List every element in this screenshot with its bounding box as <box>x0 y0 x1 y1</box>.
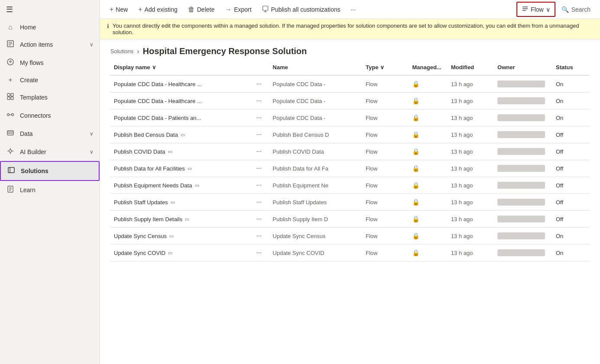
cell-name: Publish Data for All Fa <box>269 160 362 177</box>
row-more-button[interactable]: ··· <box>253 180 264 190</box>
cell-more[interactable]: ··· <box>250 211 269 228</box>
cell-type: Flow <box>362 177 409 194</box>
row-more-button[interactable]: ··· <box>253 130 264 139</box>
export-button[interactable]: → Export <box>220 3 255 16</box>
table-row[interactable]: Publish Supply Item Details ▭ ··· Publis… <box>110 211 590 228</box>
col-name <box>250 60 269 75</box>
row-more-button[interactable]: ··· <box>253 248 264 257</box>
external-link-icon: ▭ <box>168 250 172 256</box>
cell-managed: 🔒 <box>409 177 447 194</box>
flow-button[interactable]: Flow ∨ <box>516 2 555 17</box>
chevron-down-icon: ∨ <box>90 131 94 137</box>
my-flows-icon <box>6 58 15 68</box>
lock-icon: 🔒 <box>412 131 419 138</box>
new-button[interactable]: + New <box>105 3 132 16</box>
table-row[interactable]: Populate CDC Data - Healthcare ... ··· P… <box>110 75 590 93</box>
col-type[interactable]: Type ∨ <box>362 60 409 75</box>
lock-icon: 🔒 <box>412 182 419 189</box>
table-row[interactable]: Publish Data for All Facilities ▭ ··· Pu… <box>110 160 590 177</box>
cell-more[interactable]: ··· <box>250 177 269 194</box>
table-container: Display name ∨ Name Type ∨ <box>100 60 600 364</box>
display-name-text: Publish Supply Item Details <box>114 216 182 222</box>
toolbar: + New + Add existing 🗑 Delete → Export P… <box>100 0 600 19</box>
sidebar-header[interactable]: ☰ <box>0 0 100 19</box>
row-more-button[interactable]: ··· <box>253 96 264 105</box>
cell-status: Off <box>552 160 590 177</box>
cell-name: Populate CDC Data - <box>269 110 362 126</box>
external-link-icon: ▭ <box>171 200 175 205</box>
sidebar-item-home[interactable]: ⌂ Home <box>0 19 100 35</box>
row-more-button[interactable]: ··· <box>253 79 264 88</box>
cell-status: Off <box>552 143 590 160</box>
table-row[interactable]: Publish Bed Census Data ▭ ··· Publish Be… <box>110 126 590 143</box>
sidebar-item-create[interactable]: + Create <box>0 72 100 88</box>
row-more-button[interactable]: ··· <box>253 214 264 223</box>
cell-more[interactable]: ··· <box>250 93 269 110</box>
svg-rect-27 <box>263 6 268 10</box>
cell-status: On <box>552 75 590 93</box>
sidebar-item-templates[interactable]: Templates <box>0 88 100 106</box>
cell-more[interactable]: ··· <box>250 160 269 177</box>
cell-display-name: Publish Data for All Facilities ▭ <box>110 160 250 177</box>
table-row[interactable]: Publish Staff Updates ▭ ··· Publish Staf… <box>110 194 590 211</box>
cell-type: Flow <box>362 75 409 93</box>
row-more-button[interactable]: ··· <box>253 113 264 122</box>
sidebar-item-label: Create <box>20 77 94 84</box>
cell-more[interactable]: ··· <box>250 245 269 261</box>
sidebar-item-ai-builder[interactable]: AI Builder ∨ <box>0 143 100 161</box>
cell-more[interactable]: ··· <box>250 194 269 211</box>
more-button[interactable]: ··· <box>346 3 360 16</box>
sidebar-item-connectors[interactable]: Connectors <box>0 106 100 125</box>
delete-button[interactable]: 🗑 Delete <box>184 3 219 16</box>
delete-label: Delete <box>197 6 214 13</box>
breadcrumb: Solutions › Hospital Emergency Response … <box>100 39 600 60</box>
cell-name: Publish Staff Updates <box>269 194 362 211</box>
col-managed: Managed... <box>409 60 447 75</box>
lock-icon: 🔒 <box>412 199 419 206</box>
cell-managed: 🔒 <box>409 75 447 93</box>
sidebar-item-solutions[interactable]: Solutions <box>0 161 100 181</box>
table-row[interactable]: Publish Equipment Needs Data ▭ ··· Publi… <box>110 177 590 194</box>
row-more-button[interactable]: ··· <box>253 231 264 240</box>
cell-more[interactable]: ··· <box>250 110 269 126</box>
cell-managed: 🔒 <box>409 93 447 110</box>
hamburger-icon[interactable]: ☰ <box>6 5 13 14</box>
display-name-text: Populate CDC Data - Healthcare ... <box>114 98 202 104</box>
row-more-button[interactable]: ··· <box>253 147 264 156</box>
sidebar-item-data[interactable]: Data ∨ <box>0 125 100 143</box>
display-name-text: Update Sync Census <box>114 233 167 239</box>
publish-button[interactable]: Publish all customizations <box>258 3 345 16</box>
sidebar-item-learn[interactable]: Learn <box>0 181 100 199</box>
row-more-button[interactable]: ··· <box>253 197 264 206</box>
new-label: New <box>116 6 128 13</box>
col-display-name[interactable]: Display name ∨ <box>110 60 250 75</box>
row-more-button[interactable]: ··· <box>253 164 264 173</box>
cell-more[interactable]: ··· <box>250 228 269 245</box>
table-header-row: Display name ∨ Name Type ∨ <box>110 60 590 75</box>
table-row[interactable]: Publish COVID Data ▭ ··· Publish COVID D… <box>110 143 590 160</box>
table-row[interactable]: Populate CDC Data - Patients an... ··· P… <box>110 110 590 126</box>
sidebar-item-label: My flows <box>20 59 94 66</box>
breadcrumb-parent[interactable]: Solutions <box>110 48 133 55</box>
svg-rect-6 <box>7 93 10 96</box>
table-row[interactable]: Update Sync Census ▭ ··· Update Sync Cen… <box>110 228 590 245</box>
sidebar-item-my-flows[interactable]: My flows <box>0 54 100 72</box>
cell-owner: ████████████ <box>494 211 552 228</box>
search-area[interactable]: 🔍 Search <box>557 6 595 13</box>
cell-managed: 🔒 <box>409 228 447 245</box>
cell-more[interactable]: ··· <box>250 143 269 160</box>
lock-icon: 🔒 <box>412 216 419 222</box>
cell-modified: 13 h ago <box>448 211 494 228</box>
cell-type: Flow <box>362 194 409 211</box>
cell-status: Off <box>552 177 590 194</box>
search-icon: 🔍 <box>561 6 569 13</box>
add-existing-button[interactable]: + Add existing <box>134 3 182 16</box>
cell-more[interactable]: ··· <box>250 126 269 143</box>
flow-chevron-icon: ∨ <box>546 6 550 13</box>
table-row[interactable]: Populate CDC Data - Healthcare ... ··· P… <box>110 93 590 110</box>
table-row[interactable]: Update Sync COVID ▭ ··· Update Sync COVI… <box>110 245 590 261</box>
cell-status: On <box>552 110 590 126</box>
cell-display-name: Publish Equipment Needs Data ▭ <box>110 177 250 194</box>
cell-more[interactable]: ··· <box>250 75 269 93</box>
sidebar-item-action-items[interactable]: Action items ∨ <box>0 35 100 54</box>
